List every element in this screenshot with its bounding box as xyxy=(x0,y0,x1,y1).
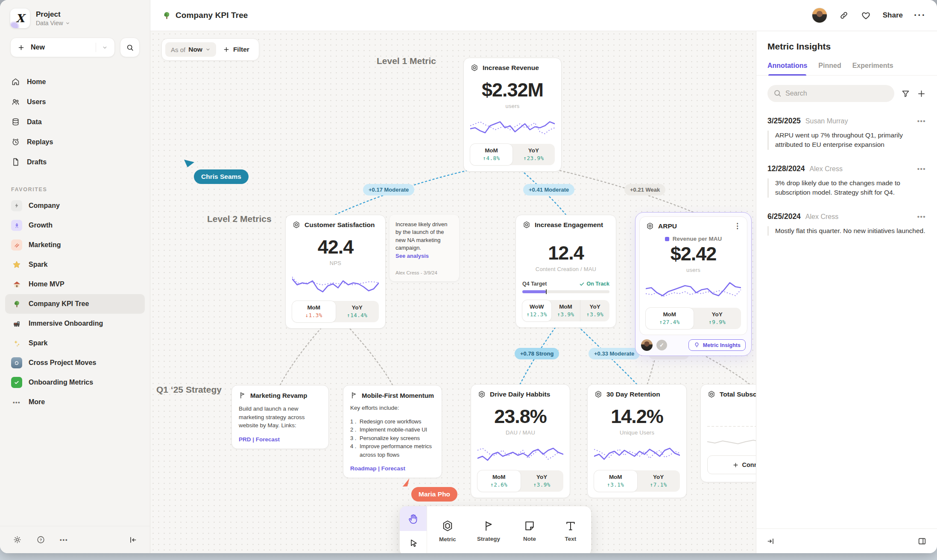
favorite-heart-icon[interactable] xyxy=(861,10,872,21)
annotation-item[interactable]: 6/25/2024 Alex Cress ••• Mostly flat thi… xyxy=(756,212,937,236)
strategy-links[interactable]: Roadmap | Forecast xyxy=(350,465,435,472)
favorite-home-mvp[interactable]: Home MVP xyxy=(5,274,145,294)
as-of-selector[interactable]: As of Now xyxy=(165,42,216,57)
metric-tool-button[interactable]: Metric xyxy=(427,506,468,553)
select-tool-button[interactable] xyxy=(400,531,427,553)
new-button[interactable]: New xyxy=(10,38,115,57)
annotations-search-input[interactable] xyxy=(767,85,894,102)
project-switcher[interactable]: X Project Data View xyxy=(0,0,150,31)
sidebar-item-drafts[interactable]: Drafts xyxy=(5,152,145,172)
metric-unit: Content Creation / MAU xyxy=(522,266,609,272)
metric-stats: MoM ↑2.6% YoY ↑3.9% xyxy=(477,470,563,492)
new-button-label: New xyxy=(31,44,45,51)
card-menu-icon[interactable]: ⋮ xyxy=(734,223,741,229)
metric-card-arpu-selected[interactable]: ARPU ⋮ Revenue per MAU $2.42 users MoM ↑… xyxy=(635,212,752,356)
annotation-item[interactable]: 12/28/2024 Alex Cress ••• 3% drop likely… xyxy=(756,164,937,198)
more-options-icon[interactable]: ••• xyxy=(60,537,68,543)
favorite-spark[interactable]: Spark xyxy=(5,255,145,274)
metric-hexagon-icon xyxy=(707,390,716,399)
favorite-immersive-onboarding[interactable]: Immersive Onboarding xyxy=(5,314,145,333)
favorite-label: Spark xyxy=(29,339,47,347)
copy-link-icon[interactable] xyxy=(838,10,849,21)
share-button[interactable]: Share xyxy=(883,11,903,20)
note-tool-button[interactable]: Note xyxy=(509,506,550,553)
metric-card-drive-daily-habits[interactable]: Drive Daily Habbits 23.8% DAU / MAU MoM … xyxy=(471,384,570,498)
strategy-card-marketing-revamp[interactable]: Marketing Revamp Build and launch a new … xyxy=(231,385,329,449)
top-bar: Company KPI Tree Share ··· xyxy=(150,0,937,31)
sidebar-item-users[interactable]: Users xyxy=(5,92,145,112)
annotation-item[interactable]: 3/25/2025 Susan Murray ••• ARPU went up … xyxy=(756,117,937,150)
stat-yoy: YoY ↑3.9% xyxy=(521,470,564,492)
metric-card-increase-revenue[interactable]: Increase Revenue $2.32M users MoM ↑4.8% … xyxy=(463,58,562,172)
see-analysis-link[interactable]: See analysis xyxy=(395,253,453,259)
sparkles-icon xyxy=(11,338,22,349)
correlation-badge: +0.78 Strong xyxy=(515,348,559,359)
metric-stats: WoW ↑12.3% MoM ↑3.9% YoY ↑3.9% xyxy=(522,300,609,321)
add-annotation-icon[interactable] xyxy=(917,89,926,98)
strategy-links[interactable]: PRD | Forecast xyxy=(239,436,322,443)
strategy-card-mobile-first[interactable]: Mobile-First Momentum Key efforts includ… xyxy=(343,385,442,478)
annotation-menu-icon[interactable]: ••• xyxy=(917,165,926,172)
sidebar-item-home[interactable]: Home xyxy=(5,72,145,92)
metric-unit: users xyxy=(470,103,555,109)
strategy-tool-button[interactable]: Strategy xyxy=(468,506,509,553)
sidebar-search-button[interactable] xyxy=(120,38,140,57)
hand-icon xyxy=(407,513,419,525)
favorites-header: FAVORITES xyxy=(0,172,150,196)
hand-tool-button[interactable] xyxy=(400,506,427,531)
sparkline-chart xyxy=(470,115,555,139)
metric-card-total-subscriptions[interactable]: Total Subscript Connect xyxy=(700,384,756,482)
metric-card-30-day-retention[interactable]: 30 Day Retention 14.2% Unique Users MoM … xyxy=(587,384,687,498)
metric-card-increase-engagement[interactable]: Increase Engagement 12.4 Content Creatio… xyxy=(515,215,616,328)
favorite-spark-2[interactable]: Spark xyxy=(5,333,145,353)
train-icon xyxy=(11,318,22,329)
sidebar-item-data[interactable]: Data xyxy=(5,112,145,132)
help-icon[interactable]: ? xyxy=(36,535,45,544)
annotation-text: ARPU went up 7% throughout Q1, primarily… xyxy=(767,131,926,150)
search-icon xyxy=(126,44,134,52)
check-icon xyxy=(579,281,585,287)
plus-icon xyxy=(223,46,230,53)
favorite-company[interactable]: Company xyxy=(5,196,145,216)
annotation-date: 12/28/2024 xyxy=(767,164,805,173)
tab-experiments[interactable]: Experiments xyxy=(852,62,893,75)
collapse-panel-icon[interactable] xyxy=(767,537,775,545)
annotation-menu-icon[interactable]: ••• xyxy=(917,213,926,220)
strategy-intro: Key efforts include: xyxy=(350,404,435,412)
metric-insights-badge[interactable]: Metric Insights xyxy=(688,339,746,351)
collapse-sidebar-icon[interactable] xyxy=(129,536,137,544)
user-avatar[interactable] xyxy=(812,8,827,23)
sidebar-item-replays[interactable]: Replays xyxy=(5,132,145,152)
project-title: Project xyxy=(36,10,70,19)
connect-button[interactable]: Connect xyxy=(707,455,756,474)
favorite-onboarding-metrics[interactable]: Onboarding Metrics xyxy=(5,373,145,392)
collaborator-cursor-chris: Chris Seams xyxy=(184,158,249,184)
split-view-icon[interactable] xyxy=(917,537,927,546)
annotation-author: Alex Cress xyxy=(810,165,843,173)
stat-yoy: YoY ↑23.9% xyxy=(512,144,555,165)
chevron-down-icon[interactable] xyxy=(102,45,108,50)
favorite-marketing[interactable]: Marketing xyxy=(5,235,145,255)
favorite-label: Home MVP xyxy=(29,280,64,288)
text-tool-button[interactable]: Text xyxy=(550,506,591,553)
lightbulb-icon xyxy=(694,342,700,348)
panel-footer xyxy=(756,528,937,553)
strategy-effort-list: Redesign core workflows Implement mobile… xyxy=(350,417,435,459)
annotation-note-card[interactable]: Increase likely driven by the launch of … xyxy=(389,215,459,281)
filter-funnel-icon[interactable] xyxy=(901,89,910,98)
favorite-growth[interactable]: Growth xyxy=(5,216,145,235)
sidebar-item-label: Data xyxy=(27,118,42,126)
tab-annotations[interactable]: Annotations xyxy=(767,62,807,75)
settings-gear-icon[interactable] xyxy=(13,535,22,544)
metric-card-customer-satisfaction[interactable]: Customer Satisfaction 42.4 NPS MoM ↓1.3%… xyxy=(285,215,386,329)
cursor-name-label: Maria Pho xyxy=(411,487,457,502)
favorite-company-kpi-tree[interactable]: Company KPI Tree xyxy=(5,294,145,314)
kpi-tree-canvas[interactable]: As of Now Filter Level 1 Metric Level 2 … xyxy=(150,31,756,553)
filter-button[interactable]: Filter xyxy=(220,46,255,53)
more-menu-icon[interactable]: ··· xyxy=(914,13,926,18)
favorites-more[interactable]: ••• More xyxy=(5,392,145,412)
annotation-menu-icon[interactable]: ••• xyxy=(917,117,926,125)
favorite-cross-project-moves[interactable]: Cross Project Moves xyxy=(5,353,145,373)
collaborator-avatar xyxy=(641,339,653,351)
tab-pinned[interactable]: Pinned xyxy=(818,62,841,75)
